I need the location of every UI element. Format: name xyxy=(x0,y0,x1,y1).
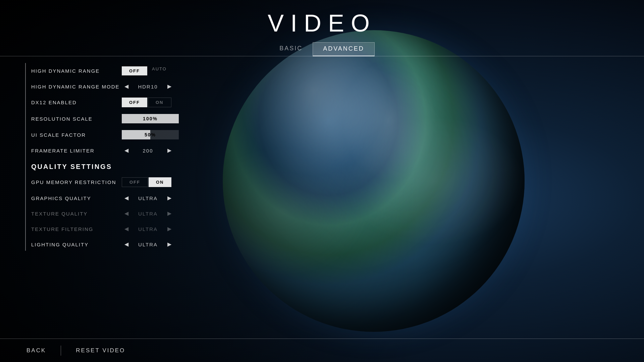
dx12-on-button[interactable]: ON xyxy=(148,98,171,107)
label-graphics-quality: GRAPHICS QUALITY xyxy=(31,195,122,201)
setting-high-dynamic-range: HIGH DYNAMIC RANGE OFF AUTO xyxy=(26,63,204,79)
control-high-dynamic-range: OFF AUTO xyxy=(122,66,167,75)
setting-texture-filtering: TEXTURE FILTERING ◀ ULTRA ▶ xyxy=(26,221,204,237)
label-hdr-mode: HIGH DYNAMIC RANGE MODE xyxy=(31,84,122,89)
label-lighting-quality: LIGHTING QUALITY xyxy=(31,242,122,247)
quality-settings-heading: QUALITY SETTINGS xyxy=(26,158,204,174)
label-high-dynamic-range: HIGH DYNAMIC RANGE xyxy=(31,68,122,74)
setting-framerate-limiter: FRAMERATE LIMITER ◀ 200 ▶ xyxy=(26,143,204,158)
setting-graphics-quality: GRAPHICS QUALITY ◀ ULTRA ▶ xyxy=(26,190,204,206)
hdr-off-button[interactable]: OFF xyxy=(122,66,147,75)
framerate-right-arrow[interactable]: ▶ xyxy=(165,146,174,155)
tab-advanced[interactable]: ADVANCED xyxy=(313,42,375,56)
hdr-mode-right-arrow[interactable]: ▶ xyxy=(165,82,174,90)
toggle-dx12: OFF ON xyxy=(122,98,171,107)
setting-texture-quality: TEXTURE QUALITY ◀ ULTRA ▶ xyxy=(26,206,204,221)
label-framerate-limiter: FRAMERATE LIMITER xyxy=(31,148,122,154)
setting-gpu-memory: GPU MEMORY RESTRICTION OFF ON xyxy=(26,174,204,190)
hdr-mode-left-arrow[interactable]: ◀ xyxy=(122,82,131,90)
reset-video-button[interactable]: RESET VIDEO xyxy=(74,345,126,357)
selector-texture-quality: ◀ ULTRA ▶ xyxy=(122,209,174,218)
label-resolution-scale: RESOLUTION SCALE xyxy=(31,116,122,122)
settings-panel: HIGH DYNAMIC RANGE OFF AUTO HIGH DYNAMIC… xyxy=(25,63,206,362)
page-title: VIDEO xyxy=(268,9,376,37)
graphics-quality-value: ULTRA xyxy=(131,195,165,201)
gpu-memory-on-button[interactable]: ON xyxy=(149,177,171,187)
setting-lighting-quality: LIGHTING QUALITY ◀ ULTRA ▶ xyxy=(26,237,204,251)
slider-value-resolution: 100% xyxy=(122,114,179,123)
texture-filtering-left-arrow[interactable]: ◀ xyxy=(122,225,131,233)
slider-value-ui-scale: 50% xyxy=(122,130,179,139)
lighting-quality-left-arrow[interactable]: ◀ xyxy=(122,240,131,248)
selector-lighting-quality: ◀ ULTRA ▶ xyxy=(122,240,174,248)
hdr-mode-value: HDR10 xyxy=(131,84,165,89)
selector-hdr-mode: ◀ HDR10 ▶ xyxy=(122,82,174,90)
tab-bar: BASIC ADVANCED xyxy=(0,42,644,56)
selector-graphics-quality: ◀ ULTRA ▶ xyxy=(122,194,174,202)
setting-dx12: DX12 ENABLED OFF ON xyxy=(26,94,204,111)
bottom-bar: BACK RESET VIDEO xyxy=(0,339,644,362)
toggle-gpu-memory: OFF ON xyxy=(122,177,171,187)
setting-resolution-scale: RESOLUTION SCALE 100% xyxy=(26,111,204,127)
label-texture-filtering: TEXTURE FILTERING xyxy=(31,226,122,232)
setting-hdr-mode: HIGH DYNAMIC RANGE MODE ◀ HDR10 ▶ xyxy=(26,79,204,94)
graphics-quality-left-arrow[interactable]: ◀ xyxy=(122,194,131,202)
slider-resolution-scale[interactable]: 100% xyxy=(122,114,179,123)
texture-filtering-value: ULTRA xyxy=(131,226,165,232)
dx12-off-button[interactable]: OFF xyxy=(122,98,147,107)
lighting-quality-right-arrow[interactable]: ▶ xyxy=(165,240,174,248)
setting-ui-scale: UI SCALE FACTOR 50% xyxy=(26,127,204,143)
lighting-quality-value: ULTRA xyxy=(131,242,165,247)
label-texture-quality: TEXTURE QUALITY xyxy=(31,211,122,217)
bottom-bar-divider xyxy=(61,346,61,356)
label-gpu-memory: GPU MEMORY RESTRICTION xyxy=(31,179,122,185)
selector-texture-filtering: ◀ ULTRA ▶ xyxy=(122,225,174,233)
hdr-auto-label: AUTO xyxy=(152,66,167,75)
main-content: VIDEO BASIC ADVANCED HIGH DYNAMIC RANGE … xyxy=(0,0,644,362)
tab-basic[interactable]: BASIC xyxy=(269,42,313,56)
framerate-value: 200 xyxy=(131,148,165,154)
slider-ui-scale[interactable]: 50% xyxy=(122,130,179,139)
settings-scrollable[interactable]: HIGH DYNAMIC RANGE OFF AUTO HIGH DYNAMIC… xyxy=(25,63,206,251)
texture-quality-right-arrow[interactable]: ▶ xyxy=(165,209,174,218)
label-ui-scale: UI SCALE FACTOR xyxy=(31,132,122,138)
back-button[interactable]: BACK xyxy=(25,345,47,357)
texture-quality-left-arrow[interactable]: ◀ xyxy=(122,209,131,218)
texture-filtering-right-arrow[interactable]: ▶ xyxy=(165,225,174,233)
graphics-quality-right-arrow[interactable]: ▶ xyxy=(165,194,174,202)
gpu-memory-off-button[interactable]: OFF xyxy=(122,177,148,187)
texture-quality-value: ULTRA xyxy=(131,211,165,217)
framerate-left-arrow[interactable]: ◀ xyxy=(122,146,131,155)
label-dx12: DX12 ENABLED xyxy=(31,100,122,105)
selector-framerate: ◀ 200 ▶ xyxy=(122,146,174,155)
toggle-hdr: OFF AUTO xyxy=(122,66,167,75)
